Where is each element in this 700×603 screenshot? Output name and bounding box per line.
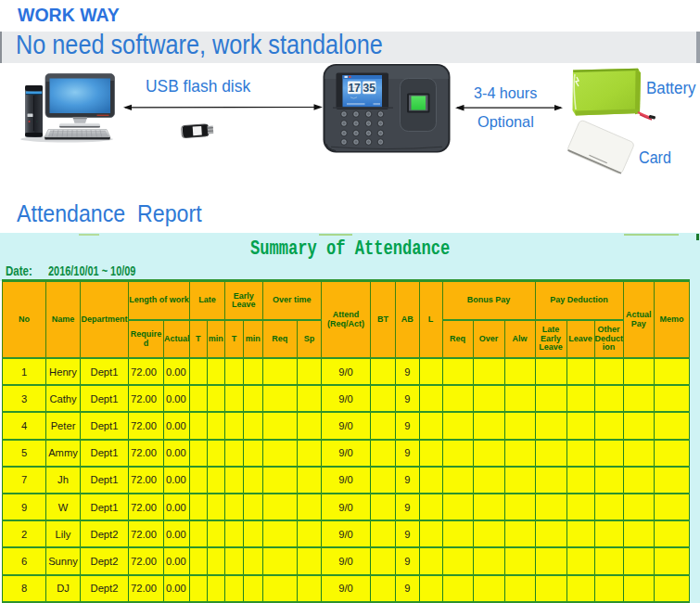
svg-text:17: 17: [348, 82, 361, 95]
svg-text:35: 35: [363, 82, 376, 95]
